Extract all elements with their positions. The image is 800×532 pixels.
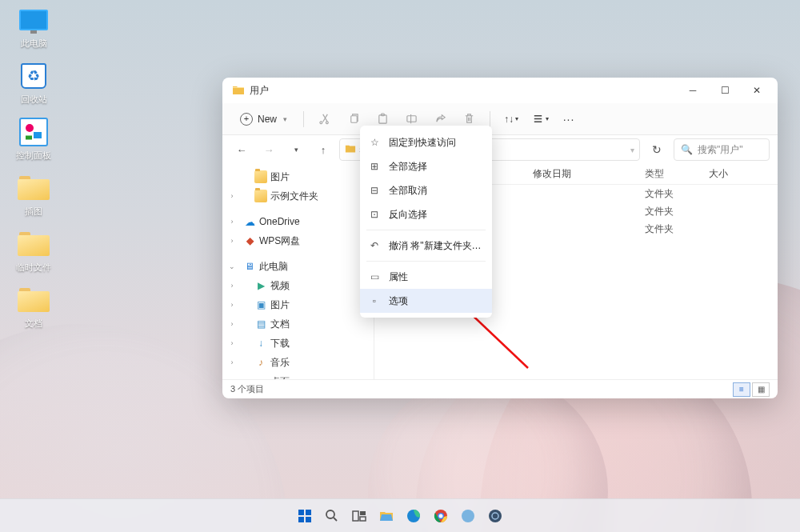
sidebar-item[interactable]: ›☁OneDrive: [222, 212, 374, 231]
view-icons-button[interactable]: ▦: [752, 382, 770, 397]
col-type[interactable]: 类型: [640, 167, 704, 181]
folder-icon: [345, 143, 356, 157]
maximize-button[interactable]: ☐: [709, 79, 741, 102]
desktop-icon-label: 回收站: [21, 94, 47, 106]
ctx-item-label: 选项: [389, 294, 408, 308]
desktop-icon-f3[interactable]: 文档: [10, 285, 58, 330]
status-bar: 3 个项目 ≡ ▦: [222, 379, 778, 398]
sort-button[interactable]: ↑↓▾: [498, 108, 524, 130]
svg-rect-3: [378, 115, 386, 123]
more-button[interactable]: ···: [556, 108, 582, 130]
sidebar-item[interactable]: ›示例文件夹: [222, 186, 374, 206]
svg-rect-7: [298, 510, 304, 515]
refresh-button[interactable]: ↻: [645, 138, 669, 161]
desktop-icon-label: 文档: [25, 318, 42, 330]
explorer-taskbar-icon[interactable]: [375, 505, 398, 527]
ctx-item-selall[interactable]: ⊞全部选择: [360, 154, 492, 178]
window-title: 用户: [250, 84, 677, 98]
sidebar-item[interactable]: ›▤文档: [222, 314, 374, 334]
sidebar-item-label: 文档: [270, 318, 290, 331]
svg-point-11: [326, 510, 334, 518]
sidebar: 图片›示例文件夹›☁OneDrive›◆WPS网盘⌄🖥此电脑›▶视频›▣图片›▤…: [222, 164, 374, 379]
sidebar-item-label: 图片: [270, 298, 290, 312]
ctx-item-label: 撤消 将"新建文件夹"重命名为"图片": [389, 239, 484, 253]
sidebar-item[interactable]: ›▭桌面: [222, 372, 374, 379]
desktop-icon-pc[interactable]: 此电脑: [10, 5, 58, 50]
sidebar-item[interactable]: ⌄🖥此电脑: [222, 257, 374, 276]
desktop-icon-label: 插图: [25, 206, 42, 218]
ctx-item-selnone[interactable]: ⊟全部取消: [360, 178, 492, 202]
edge-taskbar-icon[interactable]: [402, 505, 425, 527]
pin-icon: ☆: [368, 136, 381, 149]
selnone-icon: ⊟: [368, 184, 381, 197]
ctx-item-label: 属性: [389, 270, 408, 284]
address-bar: ← → ▾ ↑ › 此电脑 › 本地磁 ▾ ↻ 🔍 搜索"用户": [222, 135, 778, 164]
desktop-icon-f2[interactable]: 临时文件: [10, 229, 58, 274]
toolbar: + New ▾ ↑↓▾ ▾ ···: [222, 103, 778, 135]
ctx-item-opts[interactable]: ▫选项: [360, 289, 492, 313]
desktop-icon-ctrl[interactable]: 控制面板: [10, 117, 58, 162]
sidebar-item[interactable]: ›◆WPS网盘: [222, 231, 374, 250]
svg-rect-8: [306, 510, 311, 515]
sidebar-item-label: 示例文件夹: [270, 190, 318, 203]
ctx-item-pin[interactable]: ☆固定到快速访问: [360, 130, 492, 154]
item-count: 3 个项目: [230, 383, 264, 395]
desktop-icon-label: 此电脑: [21, 38, 47, 50]
ctx-item-selrev[interactable]: ⊡反向选择: [360, 202, 492, 226]
sidebar-item-label: 视频: [270, 279, 290, 293]
selrev-icon: ⊡: [368, 208, 381, 221]
sidebar-item[interactable]: ›↓下载: [222, 334, 374, 353]
svg-rect-14: [360, 517, 366, 521]
taskbar[interactable]: [0, 498, 800, 532]
chrome-taskbar-icon[interactable]: [430, 505, 452, 527]
svg-point-0: [26, 124, 34, 132]
ctx-item-props[interactable]: ▭属性: [360, 265, 492, 289]
forward-button[interactable]: →: [258, 139, 280, 160]
cut-button[interactable]: [312, 108, 338, 130]
sidebar-item[interactable]: 图片: [222, 167, 374, 186]
ctx-item-label: 固定到快速访问: [389, 136, 456, 150]
view-button[interactable]: ▾: [527, 108, 553, 130]
svg-rect-9: [298, 517, 304, 522]
taskview-icon[interactable]: [348, 505, 370, 527]
new-button[interactable]: + New ▾: [232, 110, 295, 129]
sidebar-item-label: 图片: [270, 170, 290, 184]
desktop-icons: 此电脑♻回收站控制面板插图临时文件文档: [10, 5, 58, 330]
desktop-icon-f1[interactable]: 插图: [10, 173, 58, 218]
col-date[interactable]: 修改日期: [528, 167, 640, 181]
svg-point-20: [489, 510, 502, 522]
recent-dropdown[interactable]: ▾: [285, 139, 307, 160]
search-taskbar-icon[interactable]: [321, 505, 343, 527]
svg-rect-10: [306, 517, 311, 522]
minimize-button[interactable]: ─: [677, 79, 709, 102]
desktop-icon-bin[interactable]: ♻回收站: [10, 61, 58, 106]
folder-icon: [232, 84, 245, 97]
titlebar[interactable]: 用户 ─ ☐ ✕: [222, 78, 778, 103]
sidebar-item[interactable]: ›♪音乐: [222, 353, 374, 372]
svg-rect-12: [353, 511, 358, 521]
app-taskbar-icon[interactable]: [457, 505, 479, 527]
sidebar-item-label: 此电脑: [259, 260, 288, 274]
opts-icon: ▫: [368, 294, 381, 307]
sidebar-item[interactable]: ›▣图片: [222, 295, 374, 314]
start-button[interactable]: [294, 505, 316, 527]
context-menu: ☆固定到快速访问⊞全部选择⊟全部取消⊡反向选择↶撤消 将"新建文件夹"重命名为"…: [360, 126, 492, 318]
close-button[interactable]: ✕: [741, 79, 773, 102]
back-button[interactable]: ←: [230, 139, 253, 160]
ctx-item-label: 反向选择: [389, 208, 427, 222]
sidebar-item-label: 音乐: [270, 356, 290, 370]
selall-icon: ⊞: [368, 160, 381, 173]
up-button[interactable]: ↑: [312, 139, 334, 160]
ctx-item-undo[interactable]: ↶撤消 将"新建文件夹"重命名为"图片": [360, 234, 492, 258]
search-input[interactable]: 🔍 搜索"用户": [674, 138, 770, 161]
plus-icon: +: [240, 113, 253, 126]
sidebar-item-label: OneDrive: [259, 216, 300, 227]
col-size[interactable]: 大小: [704, 167, 752, 181]
view-details-button[interactable]: ≡: [733, 382, 750, 397]
svg-point-18: [439, 514, 443, 518]
sidebar-item[interactable]: ›▶视频: [222, 276, 374, 295]
sidebar-item-label: 下载: [270, 337, 290, 350]
file-explorer-window: 用户 ─ ☐ ✕ + New ▾ ↑↓▾ ▾ ··· ← → ▾ ↑ › 此: [222, 78, 778, 398]
svg-point-19: [462, 510, 474, 522]
settings-taskbar-icon[interactable]: [484, 505, 506, 527]
